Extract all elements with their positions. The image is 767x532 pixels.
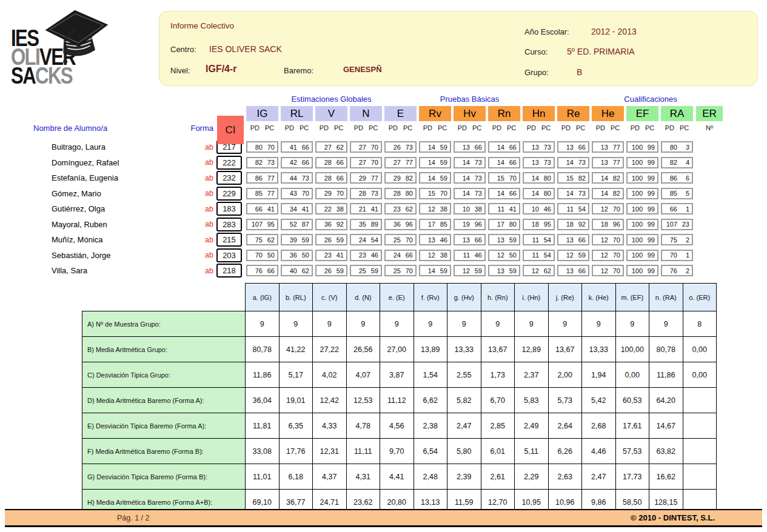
summary-value-cell: 9 bbox=[414, 311, 447, 337]
summary-value-cell: 60,53 bbox=[615, 388, 649, 413]
score-cell: 2977 bbox=[350, 172, 382, 184]
score-cell: 661 bbox=[661, 203, 693, 214]
score-cell: 4266 bbox=[281, 157, 313, 168]
score-cell: 762 bbox=[661, 265, 693, 276]
student-row: Estefanía, Eugeniaab23286774473286629772… bbox=[23, 170, 760, 186]
summary-value-cell: 13,33 bbox=[582, 337, 616, 362]
score-cell: 1570 bbox=[488, 172, 520, 184]
student-name: Muñíz, Mónica bbox=[23, 235, 193, 244]
student-ci: 232 bbox=[216, 171, 242, 185]
score-cell: 8677 bbox=[246, 172, 278, 184]
score-cell: 1250 bbox=[488, 250, 520, 261]
score-cell: 10099 bbox=[626, 250, 658, 261]
summary-row: A) Nº de Muestra Grupo:99999999999998 bbox=[82, 311, 717, 337]
score-cell: 10099 bbox=[626, 219, 658, 230]
score-cell: 7562 bbox=[246, 234, 278, 245]
score-cell: 2873 bbox=[350, 188, 382, 199]
summary-value-cell: 2,29 bbox=[515, 464, 549, 490]
summary-value-cell: 0,00 bbox=[615, 362, 649, 388]
score-cell: 2570 bbox=[384, 234, 417, 245]
summary-col-header: a. (IG) bbox=[246, 284, 280, 311]
score-cell: 2866 bbox=[315, 157, 347, 168]
nivel-label: Nivel: bbox=[170, 66, 190, 75]
summary-value-cell: 2,38 bbox=[414, 413, 447, 439]
summary-value-cell: 4,78 bbox=[346, 413, 380, 439]
score-cell: 2466 bbox=[384, 250, 417, 261]
student-row: Gómez, Marioab22985774370297028732880157… bbox=[23, 186, 760, 202]
summary-value-cell: 9 bbox=[649, 311, 683, 337]
student-ci: 183 bbox=[216, 202, 242, 216]
score-cell: 1270 bbox=[592, 250, 624, 261]
score-cell: 1366 bbox=[454, 234, 486, 245]
score-cell: 1466 bbox=[488, 188, 520, 199]
summary-value-cell: 11,86 bbox=[649, 362, 683, 388]
score-cell: 1896 bbox=[592, 219, 624, 230]
summary-value-cell: 2,00 bbox=[548, 362, 582, 388]
student-forma: ab bbox=[193, 205, 213, 213]
summary-header-row: a. (IG)b. (RL)c. (V)d. (N)e. (E)f. (Rv)g… bbox=[82, 284, 717, 311]
grupo-label: Grupo: bbox=[524, 68, 549, 77]
summary-value-cell: 2,49 bbox=[515, 413, 549, 439]
student-forma: ab bbox=[193, 189, 213, 198]
pd-pc-subheader: PDPC bbox=[349, 124, 383, 131]
score-cell: 1785 bbox=[419, 219, 451, 230]
summary-value-cell: 17,73 bbox=[615, 464, 649, 490]
column-header-IG: IG bbox=[246, 106, 278, 121]
column-header-Re: Re bbox=[557, 106, 589, 121]
summary-value-cell: 6,18 bbox=[279, 464, 313, 490]
summary-value-cell: 6,62 bbox=[414, 388, 447, 413]
summary-value-cell: 11,86 bbox=[246, 362, 280, 388]
graduation-cap-icon bbox=[38, 1, 116, 71]
summary-value-cell: 9 bbox=[380, 311, 414, 337]
summary-value-cell: 2,39 bbox=[447, 464, 481, 490]
student-forma: ab bbox=[193, 236, 213, 244]
score-cell: 1459 bbox=[419, 265, 451, 276]
nivel-value: IGF/4-r bbox=[206, 64, 237, 75]
baremo-value: GENESPÑ bbox=[343, 65, 382, 74]
summary-value-cell: 9 bbox=[582, 311, 616, 337]
score-cell: 1141 bbox=[488, 203, 520, 214]
student-name: Gómez, Mario bbox=[23, 189, 193, 198]
summary-value-cell: 63,82 bbox=[649, 439, 683, 464]
summary-value-cell: 57,53 bbox=[615, 439, 649, 464]
student-name: Domínguez, Rafael bbox=[23, 158, 193, 167]
summary-value-cell: 1,94 bbox=[582, 362, 616, 388]
pd-pc-subheader: PDPC bbox=[591, 124, 625, 131]
score-cell: 2866 bbox=[315, 172, 347, 184]
summary-value-cell: 9 bbox=[279, 311, 313, 337]
score-cell: 10795 bbox=[246, 219, 278, 230]
score-cell: 4473 bbox=[281, 172, 313, 184]
column-header-Hv: Hv bbox=[454, 106, 486, 121]
score-cell: 1259 bbox=[557, 250, 589, 261]
summary-value-cell: 9 bbox=[548, 311, 582, 337]
summary-value-cell: 14,67 bbox=[649, 413, 683, 439]
summary-row: G) Desviación Tipica Baremo (Forma B):11… bbox=[82, 464, 717, 490]
score-cell: 1359 bbox=[488, 234, 520, 245]
summary-row-label: B) Media Aritmética Grupo: bbox=[82, 337, 246, 362]
score-cell: 10099 bbox=[626, 157, 658, 168]
score-cell: 1366 bbox=[557, 141, 589, 153]
summary-value-cell: 6,70 bbox=[481, 388, 515, 413]
score-cell: 1466 bbox=[488, 157, 520, 168]
student-forma: ab bbox=[193, 251, 213, 259]
summary-value-cell: 2,61 bbox=[481, 464, 515, 490]
score-cell: 1780 bbox=[488, 219, 520, 230]
score-cell: 1259 bbox=[454, 265, 486, 276]
score-cell: 3696 bbox=[384, 219, 417, 230]
student-ci: 222 bbox=[216, 156, 242, 170]
summary-value-cell: 8 bbox=[683, 311, 717, 337]
summary-value-cell: 2,47 bbox=[447, 413, 481, 439]
summary-value-cell: 0,00 bbox=[683, 362, 717, 388]
pd-pc-subheader: PDPC bbox=[625, 124, 660, 131]
score-cell: 1154 bbox=[557, 203, 589, 214]
summary-value-cell: 4,41 bbox=[380, 464, 414, 490]
column-header-Rv: Rv bbox=[419, 106, 451, 121]
column-header-RL: RL bbox=[281, 106, 313, 121]
score-cell: 1473 bbox=[454, 157, 486, 168]
score-cell: 2880 bbox=[384, 188, 417, 199]
summary-value-cell: 17,61 bbox=[615, 413, 649, 439]
summary-value-cell: 4,56 bbox=[380, 413, 414, 439]
school-logo: IESOLIVERSACKS bbox=[11, 13, 117, 92]
score-cell: 1154 bbox=[523, 250, 555, 261]
page-number: Pág. 1 / 2 bbox=[117, 514, 150, 522]
